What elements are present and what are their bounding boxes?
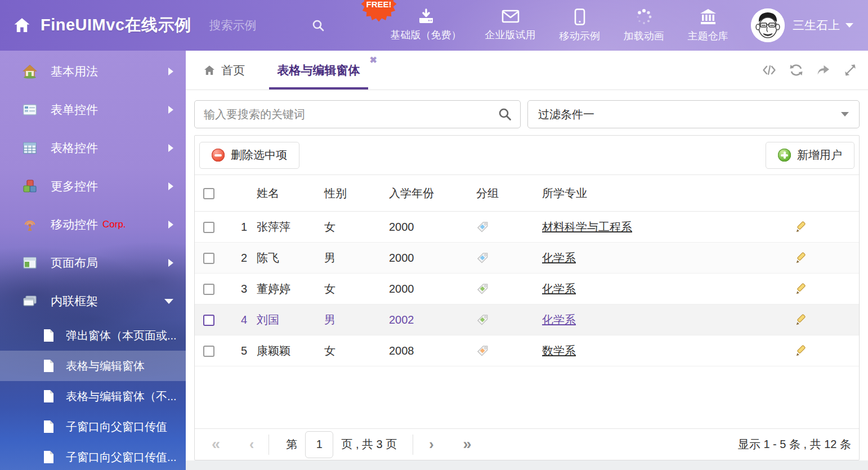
cell-gender: 女 bbox=[315, 220, 379, 235]
page-icon bbox=[43, 450, 55, 464]
home-icon[interactable] bbox=[12, 16, 32, 35]
row-index: 3 bbox=[222, 283, 247, 296]
nav-item-theme-repo[interactable]: 主题仓库 bbox=[676, 8, 740, 43]
sidebar-item-label: 基本用法 bbox=[51, 64, 98, 79]
table-row[interactable]: 4 刘国 男 2002 化学系 bbox=[195, 305, 859, 335]
share-forward-icon[interactable] bbox=[816, 62, 831, 78]
sidebar-item-form-controls[interactable]: 表单控件 bbox=[0, 91, 186, 129]
sidebar-item-mobile-controls[interactable]: 移动控件 Corp. bbox=[0, 205, 186, 244]
user-menu[interactable]: 三生石上 bbox=[751, 8, 853, 42]
tag-icon[interactable] bbox=[476, 314, 489, 326]
sidebar-subitem-grid-edit-window[interactable]: 表格与编辑窗体 bbox=[0, 351, 186, 381]
header-search-input[interactable]: 搜索示例 bbox=[209, 17, 325, 33]
cubes-icon bbox=[23, 179, 37, 194]
column-header-group: 分组 bbox=[467, 186, 533, 201]
tag-icon[interactable] bbox=[476, 221, 489, 234]
tag-icon[interactable] bbox=[476, 252, 489, 265]
edit-icon[interactable] bbox=[795, 221, 808, 234]
table-row[interactable]: 2 陈飞 男 2000 化学系 bbox=[195, 243, 859, 274]
row-index: 1 bbox=[222, 221, 247, 234]
grid-panel: 删除选中项 新增用户 姓名 性别 入学年份 分组 所学专业 1 张萍萍 女 20… bbox=[194, 135, 860, 460]
edit-icon[interactable] bbox=[795, 314, 808, 326]
cell-year: 2000 bbox=[379, 221, 467, 234]
filter-dropdown-value: 过滤条件一 bbox=[538, 107, 841, 122]
table-row[interactable]: 5 康颖颖 女 2008 数学系 bbox=[195, 335, 859, 366]
edit-icon[interactable] bbox=[795, 252, 808, 265]
major-link[interactable]: 化学系 bbox=[542, 314, 576, 326]
edit-icon[interactable] bbox=[795, 283, 808, 296]
grid-toolbar: 删除选中项 新增用户 bbox=[195, 136, 859, 175]
row-checkbox[interactable] bbox=[203, 284, 214, 295]
layout-icon bbox=[23, 256, 37, 270]
sidebar-subitem-label: 子窗口向父窗口传值 bbox=[66, 419, 167, 435]
chevron-right-icon bbox=[168, 144, 173, 152]
add-user-button[interactable]: 新增用户 bbox=[766, 142, 854, 169]
minus-circle-icon bbox=[212, 149, 225, 162]
tab-label: 表格与编辑窗体 bbox=[278, 62, 360, 78]
sidebar-subitem-label: 子窗口向父窗口传值... bbox=[66, 450, 177, 465]
sidebar-item-basic-usage[interactable]: 基本用法 bbox=[0, 52, 186, 91]
row-index: 5 bbox=[222, 344, 247, 357]
sidebar-item-more-controls[interactable]: 更多控件 bbox=[0, 167, 186, 205]
close-icon[interactable]: ✖ bbox=[370, 56, 377, 65]
table-row[interactable]: 1 张萍萍 女 2000 材料科学与工程系 bbox=[195, 212, 859, 243]
sidebar-subitem-popup-window[interactable]: 弹出窗体（本页面或... bbox=[0, 320, 186, 351]
form-icon bbox=[23, 102, 37, 117]
nav-item-mobile-demo[interactable]: 移动示例 bbox=[548, 8, 612, 43]
row-checkbox[interactable] bbox=[203, 315, 214, 326]
sidebar-item-grid-controls[interactable]: 表格控件 bbox=[0, 129, 186, 167]
column-header-name: 姓名 bbox=[247, 186, 315, 201]
first-page-button[interactable]: « bbox=[212, 437, 220, 452]
tab-toolbar bbox=[762, 51, 858, 89]
bank-icon bbox=[699, 8, 717, 25]
keyword-search-input[interactable]: 输入要搜索的关键词 bbox=[194, 100, 521, 128]
major-link[interactable]: 数学系 bbox=[542, 344, 576, 357]
nav-item-enterprise-trial[interactable]: 企业版试用 bbox=[473, 8, 548, 43]
sidebar: 基本用法 表单控件 表格控件 更多控件 bbox=[0, 51, 186, 470]
table-row[interactable]: 3 董婷婷 女 2000 化学系 bbox=[195, 274, 859, 305]
cell-name: 陈飞 bbox=[247, 250, 315, 266]
refresh-icon[interactable] bbox=[789, 62, 804, 78]
filter-dropdown[interactable]: 过滤条件一 bbox=[527, 100, 860, 128]
tag-icon[interactable] bbox=[476, 344, 489, 357]
next-page-button[interactable]: › bbox=[429, 437, 433, 451]
sidebar-item-label: 移动控件 bbox=[51, 217, 98, 232]
sidebar-subitem-child-to-parent-2[interactable]: 子窗口向父窗口传值... bbox=[0, 442, 186, 470]
sidebar-item-iframe[interactable]: 内联框架 bbox=[0, 282, 186, 320]
house-icon bbox=[23, 64, 37, 79]
major-link[interactable]: 化学系 bbox=[542, 283, 576, 295]
source-code-icon[interactable] bbox=[762, 62, 777, 78]
major-link[interactable]: 化学系 bbox=[542, 252, 576, 264]
header-search-placeholder: 搜索示例 bbox=[209, 17, 257, 33]
chevron-down-icon bbox=[841, 112, 849, 117]
tab-bar: 首页 表格与编辑窗体 ✖ bbox=[186, 51, 868, 90]
row-checkbox[interactable] bbox=[203, 346, 214, 357]
avatar[interactable] bbox=[751, 8, 785, 42]
edit-icon[interactable] bbox=[795, 344, 808, 357]
sidebar-item-page-layout[interactable]: 页面布局 bbox=[0, 244, 186, 282]
cell-gender: 男 bbox=[315, 250, 379, 266]
cell-year: 2000 bbox=[379, 283, 467, 296]
search-icon[interactable] bbox=[311, 19, 325, 32]
chevron-right-icon bbox=[168, 106, 173, 114]
select-all-checkbox[interactable] bbox=[203, 188, 214, 199]
cell-name: 董婷婷 bbox=[247, 281, 315, 297]
tab-grid-edit-window[interactable]: 表格与编辑窗体 ✖ bbox=[269, 51, 368, 89]
tag-icon[interactable] bbox=[476, 283, 489, 296]
page-number-input[interactable] bbox=[305, 431, 333, 458]
prev-page-button[interactable]: ‹ bbox=[249, 437, 254, 451]
chevron-right-icon bbox=[168, 182, 173, 190]
tab-home[interactable]: 首页 bbox=[203, 51, 245, 89]
expand-icon[interactable] bbox=[843, 62, 858, 78]
sidebar-subitem-child-to-parent[interactable]: 子窗口向父窗口传值 bbox=[0, 411, 186, 442]
row-checkbox[interactable] bbox=[203, 222, 214, 233]
sidebar-subitem-grid-edit-window-2[interactable]: 表格与编辑窗体（不... bbox=[0, 381, 186, 411]
row-checkbox[interactable] bbox=[203, 253, 214, 264]
page-icon bbox=[43, 390, 55, 403]
last-page-button[interactable]: » bbox=[463, 437, 472, 452]
major-link[interactable]: 材料科学与工程系 bbox=[542, 221, 632, 233]
search-icon[interactable] bbox=[498, 107, 512, 122]
nav-item-loading-anim[interactable]: 加载动画 bbox=[612, 8, 676, 43]
nav-label: 企业版试用 bbox=[485, 28, 536, 42]
delete-selected-button[interactable]: 删除选中项 bbox=[199, 142, 299, 169]
